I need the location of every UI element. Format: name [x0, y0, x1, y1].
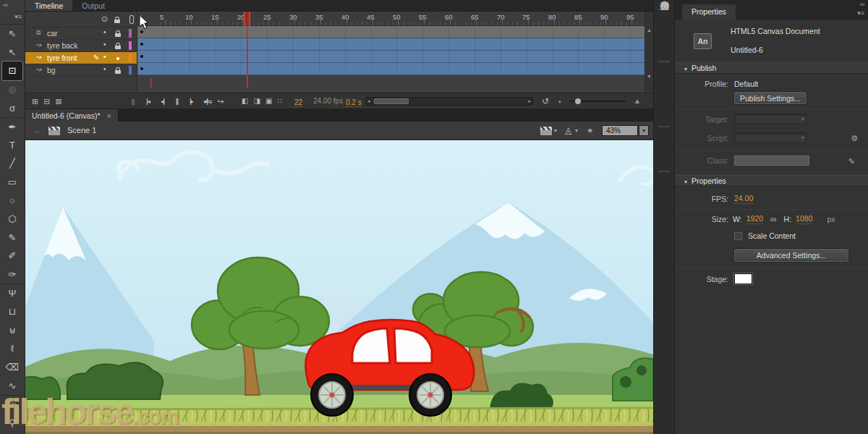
- zoom-dropdown-icon[interactable]: ▾: [639, 125, 649, 136]
- layer-row[interactable]: ↝ bg •: [25, 64, 137, 77]
- panel-menu-icon[interactable]: ▾≡: [14, 13, 22, 20]
- pencil-tool[interactable]: ✎: [0, 229, 25, 247]
- properties-section-header[interactable]: ▾Properties: [675, 175, 868, 187]
- layer-row[interactable]: ⧉ car •: [25, 27, 137, 40]
- go-to-first-frame-button[interactable]: |◂: [143, 93, 153, 109]
- layer-name[interactable]: bg: [47, 66, 56, 75]
- scroll-down-icon[interactable]: ▼: [647, 74, 652, 79]
- step-forward-button[interactable]: |▸: [187, 93, 196, 109]
- edit-scene-dropdown-icon[interactable]: ▾: [554, 122, 557, 140]
- collapse-panel-icon[interactable]: ««: [3, 1, 7, 9]
- layer-color-swatch[interactable]: [129, 54, 132, 62]
- layer-color-swatch[interactable]: [129, 66, 132, 75]
- timeline-vertical-scrollbar[interactable]: ▲ ▼: [644, 12, 653, 93]
- close-icon[interactable]: ×: [107, 111, 111, 120]
- eyedropper-tool[interactable]: ℓ: [0, 339, 25, 358]
- reset-zoom-icon[interactable]: ↺: [542, 93, 549, 109]
- layer-visibility-dot[interactable]: •: [103, 28, 106, 36]
- pen-tool[interactable]: ✒: [0, 117, 25, 136]
- class-input[interactable]: [734, 156, 809, 166]
- oval-tool[interactable]: ○: [0, 191, 25, 210]
- zoom-level-field[interactable]: 43%: [602, 125, 638, 136]
- zoom-out-frames-icon[interactable]: ▴: [558, 93, 561, 109]
- tab-timeline[interactable]: Timeline: [25, 0, 72, 11]
- onion-skin-outlines-button[interactable]: ◨: [253, 93, 260, 109]
- timeline-horizontal-scrollbar[interactable]: ◂ ▸: [365, 97, 533, 106]
- pause-button[interactable]: ||: [172, 93, 182, 109]
- layer-lock-icon[interactable]: [114, 42, 122, 50]
- stage-canvas[interactable]: [25, 140, 653, 434]
- eraser-tool[interactable]: ⌫: [0, 358, 25, 377]
- scroll-right-icon[interactable]: ▸: [528, 98, 531, 105]
- layer-visibility-dot[interactable]: •: [103, 41, 106, 48]
- resize-handle[interactable]: ▮: [131, 93, 135, 109]
- layer-name[interactable]: car: [47, 29, 58, 38]
- layer-name[interactable]: tyre front: [47, 54, 77, 62]
- elapsed-time-field[interactable]: 0.2 s: [346, 95, 362, 107]
- subselection-tool[interactable]: ↖: [0, 43, 25, 62]
- polystar-tool[interactable]: ⬡: [0, 210, 25, 229]
- frames-area[interactable]: 15101520253035404550556065707580859095: [137, 12, 644, 93]
- brush-tool[interactable]: ✐: [0, 247, 25, 265]
- paint-bucket-tool[interactable]: ⊔: [0, 302, 25, 321]
- lock-column-icon[interactable]: [114, 16, 121, 24]
- frame-track[interactable]: [137, 38, 644, 51]
- link-broken-icon[interactable]: ∞: [770, 214, 777, 224]
- panel-menu-icon[interactable]: ▾≡: [857, 9, 864, 17]
- scale-content-checkbox[interactable]: [734, 232, 742, 240]
- tab-properties[interactable]: Properties: [682, 4, 736, 20]
- visibility-eye-icon[interactable]: ⊙: [101, 14, 108, 24]
- delete-layer-button[interactable]: ⊠: [55, 93, 61, 109]
- frame-track[interactable]: [137, 63, 644, 75]
- bone-tool[interactable]: Ψ: [0, 284, 25, 302]
- frame-rate-label[interactable]: 24.00 fps: [313, 93, 343, 109]
- back-arrow-icon[interactable]: ←: [33, 122, 42, 140]
- fps-value-field[interactable]: 24.00: [734, 194, 753, 204]
- new-layer-button[interactable]: ⊞: [32, 93, 38, 109]
- selection-tool[interactable]: ⇖: [0, 25, 25, 43]
- layer-lock-icon[interactable]: [114, 67, 122, 75]
- frame-ruler[interactable]: 15101520253035404550556065707580859095: [137, 12, 644, 26]
- wrench-icon[interactable]: ⚙: [851, 134, 858, 143]
- scroll-up-icon[interactable]: ▲: [647, 27, 652, 33]
- layer-name[interactable]: tyre back: [47, 41, 78, 50]
- layer-color-swatch[interactable]: [129, 29, 132, 38]
- tab-output[interactable]: Output: [72, 0, 114, 11]
- stage-color-swatch[interactable]: [734, 273, 752, 284]
- section-collapse-icon[interactable]: ▾: [684, 179, 687, 185]
- modify-markers-button[interactable]: ∷: [277, 93, 281, 109]
- edit-multiple-frames-button[interactable]: ▣: [265, 93, 272, 109]
- layer-visibility-dot[interactable]: •: [103, 65, 106, 73]
- script-dropdown[interactable]: ▾: [734, 132, 807, 143]
- creative-cloud-icon[interactable]: ◎: [654, 0, 676, 11]
- layer-lock-icon[interactable]: [114, 54, 122, 62]
- playhead-marker[interactable]: [244, 12, 250, 26]
- edit-symbols-icon[interactable]: ◬: [565, 122, 571, 140]
- layer-row[interactable]: ↝ tyre front ✎ •: [25, 52, 137, 64]
- section-collapse-icon[interactable]: ▾: [684, 66, 687, 72]
- target-dropdown[interactable]: ▾: [734, 114, 807, 124]
- document-tab[interactable]: Untitled-6 (Canvas)* ×: [25, 109, 119, 122]
- new-folder-button[interactable]: ⊟: [43, 93, 50, 109]
- frame-size-slider[interactable]: [569, 101, 626, 102]
- publish-section-header[interactable]: ▾Publish: [675, 62, 868, 74]
- layer-lock-icon[interactable]: [114, 30, 122, 38]
- advanced-settings-button[interactable]: Advanced Settings...: [734, 249, 848, 262]
- text-tool[interactable]: T: [0, 136, 25, 155]
- 3d-rotation-tool[interactable]: ◍: [0, 80, 25, 99]
- scroll-left-icon[interactable]: ◂: [367, 98, 370, 105]
- center-frame-button[interactable]: ⇋: [205, 93, 212, 109]
- step-back-button[interactable]: ◂|: [158, 93, 167, 109]
- zoom-in-frames-icon[interactable]: ▲: [634, 93, 641, 109]
- paint-brush-tool[interactable]: ✑: [0, 265, 25, 284]
- layer-visibility-dot[interactable]: •: [103, 53, 106, 61]
- scrollbar-thumb[interactable]: [374, 98, 409, 104]
- slider-thumb[interactable]: [575, 98, 581, 104]
- height-value-field[interactable]: 1080: [796, 214, 812, 224]
- edit-scene-icon[interactable]: [540, 127, 552, 135]
- frame-track[interactable]: [137, 51, 644, 63]
- layer-color-swatch[interactable]: [129, 41, 132, 50]
- ink-bottle-tool[interactable]: ⊎: [0, 321, 25, 340]
- outline-column-icon[interactable]: [129, 15, 134, 24]
- scene-name[interactable]: Scene 1: [67, 122, 96, 140]
